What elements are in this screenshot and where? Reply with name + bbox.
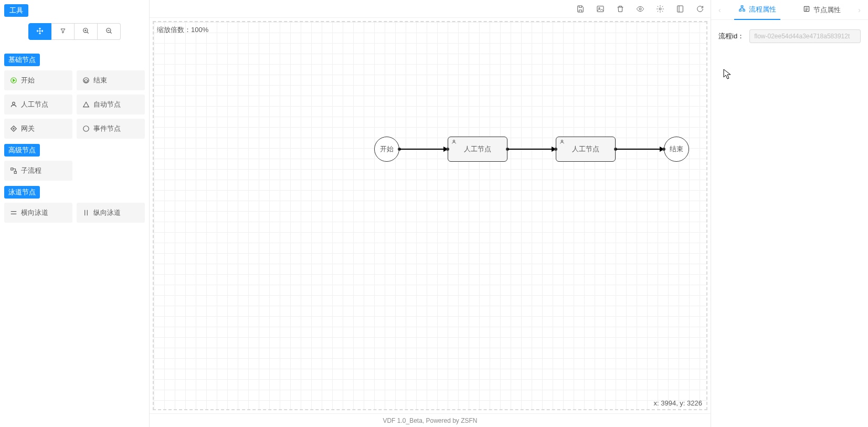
port[interactable] — [446, 148, 449, 151]
canvas-toolbar — [150, 0, 711, 18]
sidebar: 工具 基础节点 开始 结束 人工节点 自动节点 — [0, 0, 150, 427]
flow-node-end[interactable]: 结束 — [664, 137, 689, 162]
node-label: 自动节点 — [93, 100, 121, 109]
preview-button[interactable] — [636, 5, 644, 13]
svg-rect-6 — [11, 168, 13, 170]
properties-panel: ‹ 流程属性 节点属性 › 流程id： — [711, 0, 868, 427]
user-icon — [9, 100, 18, 109]
v-lines-icon — [82, 209, 90, 217]
flow-node-start[interactable]: 开始 — [374, 137, 399, 162]
node-label: 开始 — [21, 76, 35, 85]
image-button[interactable] — [596, 5, 605, 13]
svg-rect-7 — [14, 171, 16, 173]
node-label: 事件节点 — [93, 124, 121, 133]
node-icon — [803, 5, 810, 14]
play-circle-icon — [9, 76, 18, 85]
svg-rect-8 — [597, 6, 604, 12]
circle-icon — [82, 124, 90, 133]
svg-point-10 — [639, 8, 641, 10]
node-start[interactable]: 开始 — [4, 70, 72, 90]
node-manual[interactable]: 人工节点 — [4, 95, 72, 114]
node-text: 开始 — [380, 144, 394, 154]
flow-node-manual-2[interactable]: 人工节点 — [556, 137, 616, 162]
flow-icon — [738, 5, 746, 14]
node-label: 横向泳道 — [21, 208, 48, 217]
advanced-nodes-grid: 子流程 — [4, 161, 145, 181]
tab-label: 流程属性 — [749, 5, 776, 14]
node-label: 纵向泳道 — [93, 208, 121, 217]
tabs-bar: ‹ 流程属性 节点属性 › — [711, 0, 868, 20]
move-tool-button[interactable] — [28, 23, 51, 40]
swimlane-nodes-grid: 横向泳道 纵向泳道 — [4, 203, 145, 223]
canvas-area: 缩放倍数：100% x: 3994, y: 3226 开始 人工节点 人工节点 — [150, 0, 711, 427]
node-label: 子流程 — [21, 166, 41, 175]
zoom-out-tool-button[interactable] — [98, 23, 121, 40]
node-h-swimlane[interactable]: 横向泳道 — [4, 203, 72, 223]
node-text: 人工节点 — [572, 144, 599, 154]
tools-header: 工具 — [4, 4, 28, 17]
zoom-in-tool-button[interactable] — [75, 23, 98, 40]
zoom-out-icon — [105, 27, 113, 36]
svg-rect-12 — [678, 6, 683, 12]
advanced-section-header: 高级节点 — [4, 144, 40, 157]
tool-buttons-group — [4, 23, 145, 40]
coordinates-indicator: x: 3994, y: 3226 — [653, 399, 702, 407]
node-label: 网关 — [21, 124, 35, 133]
user-icon — [451, 139, 457, 146]
basic-section-header: 基础节点 — [4, 54, 40, 66]
flow-edge[interactable] — [399, 149, 448, 150]
diamond-icon — [9, 124, 18, 133]
delete-button[interactable] — [616, 5, 624, 13]
svg-point-4 — [13, 102, 15, 105]
zoom-in-icon — [82, 27, 90, 36]
svg-rect-17 — [743, 9, 745, 11]
tab-scroll-right[interactable]: › — [856, 6, 863, 14]
port[interactable] — [662, 148, 665, 151]
subflow-icon — [9, 166, 18, 175]
refresh-button[interactable] — [696, 5, 704, 13]
move-icon — [36, 27, 44, 36]
node-text: 结束 — [670, 144, 683, 154]
node-v-swimlane[interactable]: 纵向泳道 — [77, 203, 145, 223]
tab-scroll-left[interactable]: ‹ — [716, 6, 723, 14]
tab-flow-props[interactable]: 流程属性 — [734, 0, 780, 20]
properties-form: 流程id： — [711, 20, 868, 53]
footer: VDF 1.0_Beta, Powered by ZSFN — [150, 413, 711, 427]
node-text: 人工节点 — [464, 144, 491, 154]
node-event[interactable]: 事件节点 — [77, 119, 145, 139]
node-end[interactable]: 结束 — [77, 70, 145, 90]
basic-nodes-grid: 开始 结束 人工节点 自动节点 网关 事件节点 — [4, 70, 145, 139]
filter-icon — [60, 27, 66, 36]
svg-point-13 — [453, 140, 454, 142]
node-gateway[interactable]: 网关 — [4, 119, 72, 139]
node-label: 结束 — [93, 76, 107, 85]
swimlane-section-header: 泳道节点 — [4, 186, 40, 199]
svg-rect-15 — [741, 6, 743, 7]
svg-rect-16 — [739, 9, 742, 11]
triangle-icon — [82, 100, 90, 109]
zoom-indicator: 缩放倍数：100% — [157, 25, 208, 35]
flow-id-input[interactable] — [749, 29, 861, 43]
svg-point-11 — [659, 8, 661, 10]
flow-canvas[interactable]: 缩放倍数：100% x: 3994, y: 3226 开始 人工节点 人工节点 — [153, 21, 707, 410]
node-label: 人工节点 — [21, 100, 48, 109]
tab-label: 节点属性 — [813, 5, 841, 15]
flow-diagram: 开始 人工节点 人工节点 结束 — [374, 137, 689, 162]
power-icon — [82, 76, 90, 85]
flow-id-label: 流程id： — [718, 32, 744, 41]
save-button[interactable] — [576, 5, 585, 13]
tab-node-props[interactable]: 节点属性 — [799, 0, 845, 20]
port[interactable] — [554, 148, 557, 151]
filter-tool-button[interactable] — [51, 23, 75, 40]
node-subflow[interactable]: 子流程 — [4, 161, 72, 181]
svg-point-14 — [561, 140, 563, 142]
svg-point-5 — [83, 126, 89, 132]
flow-edge[interactable] — [507, 149, 556, 150]
user-icon — [559, 139, 565, 146]
node-auto[interactable]: 自动节点 — [77, 95, 145, 114]
flow-edge[interactable] — [616, 149, 664, 150]
h-lines-icon — [9, 209, 18, 217]
settings-button[interactable] — [656, 5, 664, 13]
flow-node-manual-1[interactable]: 人工节点 — [448, 137, 507, 162]
panel-button[interactable] — [676, 5, 684, 13]
